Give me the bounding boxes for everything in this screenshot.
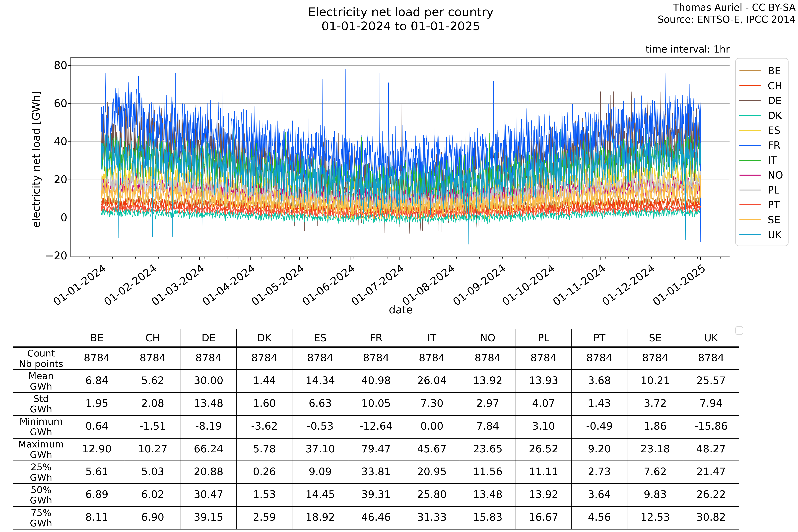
- legend-label: PT: [768, 198, 780, 211]
- line-chart-canvas: [71, 58, 730, 256]
- table-cell-p50-no: 13.48: [460, 484, 516, 507]
- x-tick-mark-major: [350, 257, 350, 260]
- table-cell-mean-uk: 25.57: [683, 370, 739, 393]
- table-row-label-count: CountNb points: [13, 347, 69, 370]
- table-row-label-line1: 25%: [13, 462, 69, 472]
- legend-line-swatch: [739, 234, 761, 235]
- table-cell-count-be: 8784: [69, 347, 125, 370]
- table-cell-min-de: -8.19: [181, 416, 236, 438]
- x-axis-label: date: [389, 304, 413, 316]
- table-cell-mean-no: 13.92: [460, 370, 516, 393]
- x-tick-mark-minor: [262, 257, 262, 259]
- table-cell-p50-se: 9.83: [627, 484, 683, 507]
- table-cell-mean-fr: 40.98: [348, 370, 404, 393]
- x-tick-mark-minor: [239, 257, 239, 259]
- table-row-min: MinimumGWh0.64-1.51-8.19-3.62-0.53-12.64…: [13, 416, 739, 438]
- table-cell-count-pl: 8784: [516, 347, 572, 370]
- table-cell-max-es: 37.10: [292, 438, 348, 461]
- legend-label: UK: [768, 228, 781, 241]
- legend-line-swatch: [739, 190, 761, 191]
- legend-label: DK: [768, 109, 782, 122]
- x-tick-mark-minor: [112, 257, 113, 259]
- table-cell-min-be: 0.64: [69, 416, 125, 438]
- x-tick-mark-minor: [640, 257, 640, 259]
- legend-label: SE: [768, 213, 780, 226]
- statistics-table: BECHDEDKESFRITNOPLPTSEUK CountNb points8…: [13, 329, 739, 530]
- x-tick-mark-minor: [387, 257, 388, 259]
- table-cell-count-ch: 8784: [125, 347, 181, 370]
- x-tick-mark-minor: [422, 257, 422, 259]
- table-row-label-line1: Count: [13, 348, 69, 359]
- x-tick-mark-minor: [307, 257, 308, 259]
- table-column-header-it: IT: [404, 329, 460, 347]
- x-tick-mark-minor: [170, 257, 170, 259]
- chart-title: Electricity net load per country 01-01-2…: [308, 5, 494, 33]
- x-tick-mark-minor: [583, 257, 583, 259]
- x-tick-mark-minor: [330, 257, 331, 259]
- x-tick-mark-minor: [319, 257, 319, 259]
- table-cell-p50-it: 25.80: [404, 484, 460, 507]
- legend-line-swatch: [739, 100, 761, 101]
- table-column-header-es: ES: [292, 329, 348, 347]
- table-row-label-line2: GWh: [13, 381, 69, 392]
- table-row-p50: 50%GWh6.896.0230.471.5314.4539.3125.8013…: [13, 484, 739, 507]
- x-tick-mark-minor: [548, 257, 549, 259]
- table-row-label-line1: 75%: [13, 508, 69, 518]
- table-cell-std-ch: 2.08: [125, 393, 181, 416]
- x-tick-mark-minor: [479, 257, 480, 259]
- table-row-label-line1: 50%: [13, 484, 69, 495]
- table-cell-p25-ch: 5.03: [125, 461, 181, 484]
- table-column-header-fr: FR: [348, 329, 404, 347]
- table-cell-p75-it: 31.33: [404, 507, 460, 529]
- table-cell-p75-ch: 6.90: [125, 507, 181, 529]
- table-row-count: CountNb points87848784878487848784878487…: [13, 347, 739, 370]
- y-tick-mark: [68, 217, 71, 218]
- legend-line-swatch: [739, 145, 761, 146]
- table-cell-p50-es: 14.45: [292, 484, 348, 507]
- x-tick-mark-minor: [617, 257, 617, 259]
- table-cell-p50-be: 6.89: [69, 484, 125, 507]
- x-tick-mark-minor: [216, 257, 216, 259]
- table-cell-p25-it: 20.95: [404, 461, 460, 484]
- table-cell-p25-dk: 0.26: [236, 461, 292, 484]
- x-tick-mark-minor: [651, 257, 652, 259]
- table-cell-std-no: 2.97: [460, 393, 516, 416]
- table-cell-count-no: 8784: [460, 347, 516, 370]
- x-tick-mark-minor: [491, 257, 491, 259]
- chart-title-line1: Electricity net load per country: [308, 5, 494, 19]
- table-cell-min-dk: -3.62: [236, 416, 292, 438]
- table-row-label-mean: MeanGWh: [13, 370, 69, 393]
- table-cell-count-fr: 8784: [348, 347, 404, 370]
- table-row-label-p75: 75%GWh: [13, 507, 69, 529]
- x-tick-mark-major: [199, 257, 200, 260]
- x-tick-mark-minor: [674, 257, 674, 259]
- table-cell-max-pl: 26.52: [516, 438, 572, 461]
- x-tick-mark-major: [500, 257, 501, 260]
- x-tick-mark-major: [101, 257, 101, 260]
- legend-label: ES: [768, 124, 780, 137]
- attribution: Thomas Auriel - CC BY-SA Source: ENTSO-E…: [658, 2, 796, 25]
- table-cell-p50-uk: 26.22: [683, 484, 739, 507]
- table-row-std: StdGWh1.952.0813.481.606.6310.057.302.97…: [13, 393, 739, 416]
- table-corner-cell: [13, 329, 69, 347]
- table-cell-mean-se: 10.21: [627, 370, 683, 393]
- table-row-label-line1: Maximum: [13, 439, 69, 450]
- table-cell-p75-no: 15.83: [460, 507, 516, 529]
- table-cell-p25-be: 5.61: [69, 461, 125, 484]
- table-cell-mean-pt: 3.68: [571, 370, 627, 393]
- legend-label: IT: [768, 154, 777, 167]
- table-cell-p75-fr: 46.46: [348, 507, 404, 529]
- table-column-header-dk: DK: [236, 329, 292, 347]
- table-cell-mean-it: 26.04: [404, 370, 460, 393]
- x-tick-mark-minor: [124, 257, 124, 259]
- table-cell-p25-fr: 33.81: [348, 461, 404, 484]
- table-column-header-pl: PL: [516, 329, 572, 347]
- table-cell-p25-no: 11.56: [460, 461, 516, 484]
- x-tick-mark-minor: [606, 257, 606, 259]
- table-cell-count-se: 8784: [627, 347, 683, 370]
- x-tick-mark-major: [700, 257, 701, 260]
- table-cell-p50-fr: 39.31: [348, 484, 404, 507]
- x-tick-mark-major: [601, 257, 601, 260]
- attribution-author: Thomas Auriel - CC BY-SA: [658, 2, 796, 14]
- table-cell-count-de: 8784: [181, 347, 236, 370]
